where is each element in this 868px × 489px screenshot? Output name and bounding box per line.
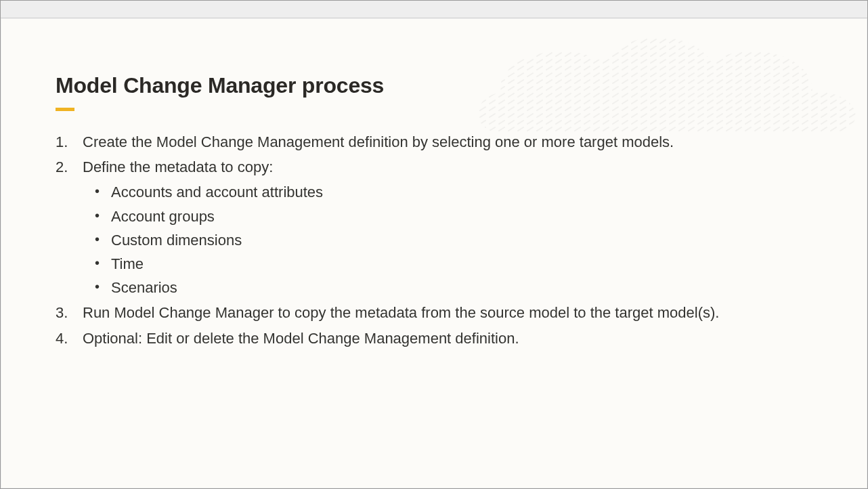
step-item: Create the Model Change Management defin… xyxy=(56,130,812,154)
step-text: Define the metadata to copy: xyxy=(83,158,273,175)
slide-content: Model Change Manager process Create the … xyxy=(1,19,867,350)
window-titlebar xyxy=(1,1,867,18)
step-item: Run Model Change Manager to copy the met… xyxy=(56,301,812,324)
step-text: Optional: Edit or delete the Model Chang… xyxy=(83,330,519,347)
sub-item: Time xyxy=(111,252,812,276)
step-sublist: Accounts and account attributes Account … xyxy=(83,180,812,299)
slide: Model Change Manager process Create the … xyxy=(1,19,867,488)
step-text: Run Model Change Manager to copy the met… xyxy=(83,304,719,321)
sub-item: Account groups xyxy=(111,205,812,228)
step-item: Define the metadata to copy: Accounts an… xyxy=(56,155,812,299)
sub-item: Scenarios xyxy=(111,276,812,299)
step-text: Create the Model Change Management defin… xyxy=(83,133,674,150)
process-steps: Create the Model Change Management defin… xyxy=(56,130,812,350)
window-frame: Model Change Manager process Create the … xyxy=(0,0,868,489)
slide-title: Model Change Manager process xyxy=(56,73,812,98)
sub-item: Accounts and account attributes xyxy=(111,180,812,204)
step-item: Optional: Edit or delete the Model Chang… xyxy=(56,326,812,350)
title-accent-bar xyxy=(56,108,74,111)
sub-item: Custom dimensions xyxy=(111,228,812,252)
